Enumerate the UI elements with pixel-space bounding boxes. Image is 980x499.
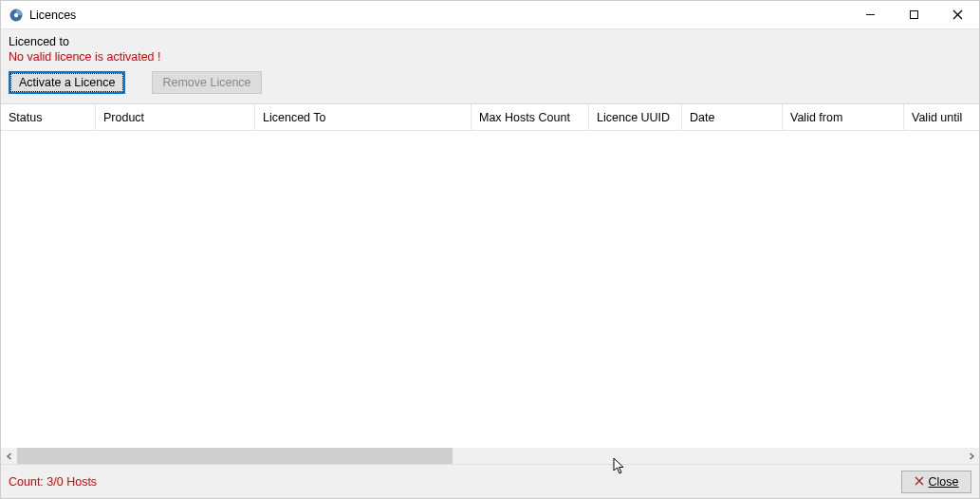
column-header[interactable]: Licenced To bbox=[255, 104, 472, 130]
host-count: Count: 3/0 Hosts bbox=[9, 475, 97, 489]
app-icon bbox=[9, 8, 24, 23]
close-window-button[interactable] bbox=[935, 1, 979, 28]
licence-warning: No valid licence is activated ! bbox=[9, 50, 971, 64]
scroll-thumb[interactable] bbox=[17, 448, 453, 464]
licences-window: Licences Licenced to No valid licence is… bbox=[0, 0, 980, 499]
maximize-button[interactable] bbox=[892, 1, 935, 28]
horizontal-scrollbar[interactable] bbox=[1, 448, 979, 464]
scroll-track[interactable] bbox=[17, 448, 963, 464]
scroll-right-arrow[interactable] bbox=[963, 448, 979, 464]
close-button-label: Close bbox=[929, 475, 959, 489]
table-body bbox=[1, 131, 979, 448]
column-header[interactable]: Valid from bbox=[783, 104, 904, 130]
toolbar-buttons: Activate a Licence Remove Licence bbox=[9, 71, 971, 94]
column-header[interactable]: Status bbox=[1, 104, 96, 130]
activate-licence-button[interactable]: Activate a Licence bbox=[9, 71, 125, 94]
licenced-to-label: Licenced to bbox=[9, 35, 971, 48]
remove-licence-button: Remove Licence bbox=[152, 71, 261, 94]
scroll-left-arrow[interactable] bbox=[1, 448, 17, 464]
status-bar: Count: 3/0 Hosts Close bbox=[1, 464, 979, 498]
table-header: StatusProductLicenced ToMax Hosts CountL… bbox=[1, 104, 979, 131]
window-controls bbox=[848, 1, 979, 28]
minimize-button[interactable] bbox=[848, 1, 892, 28]
svg-rect-3 bbox=[910, 11, 917, 19]
column-header[interactable]: Date bbox=[682, 104, 783, 130]
close-icon bbox=[915, 476, 924, 488]
titlebar: Licences bbox=[1, 1, 979, 29]
column-header[interactable]: Product bbox=[96, 104, 255, 130]
svg-point-1 bbox=[14, 12, 18, 16]
close-button[interactable]: Close bbox=[901, 471, 971, 493]
column-header[interactable]: Licence UUID bbox=[589, 104, 682, 130]
window-title: Licences bbox=[29, 9, 76, 22]
column-header[interactable]: Max Hosts Count bbox=[472, 104, 589, 130]
column-header[interactable]: Valid until bbox=[904, 104, 974, 130]
toolbar: Licenced to No valid licence is activate… bbox=[1, 29, 979, 104]
